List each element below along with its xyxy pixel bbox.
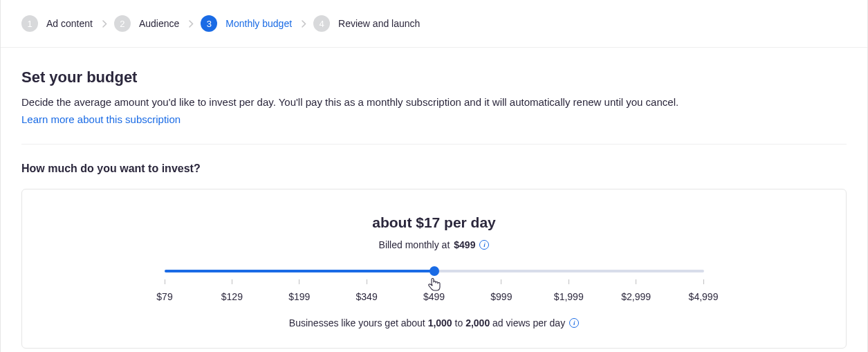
step-label: Monthly budget: [225, 18, 292, 29]
tick[interactable]: $199: [299, 279, 299, 302]
step-number-badge: 1: [21, 15, 38, 32]
step-label: Audience: [139, 18, 179, 29]
chevron-right-icon: [189, 20, 194, 28]
tick-mark: [501, 279, 501, 284]
slider-ticks: $79 $129 $199 $349 $499 $999 $1,999 $2,9…: [165, 279, 704, 302]
page-title: Set your budget: [21, 68, 847, 86]
tick[interactable]: $349: [367, 279, 367, 302]
slider-anchor[interactable]: [430, 266, 439, 276]
tick[interactable]: $1,999: [569, 279, 569, 302]
hint-to: to: [452, 317, 465, 328]
stepper: 1 Ad content 2 Audience 3 Monthly budget…: [1, 0, 867, 48]
tick-label: $4,999: [689, 291, 719, 302]
page-subtitle: Decide the average amount you'd like to …: [21, 95, 847, 109]
tick-mark: [299, 279, 299, 284]
tick-mark: [703, 279, 704, 284]
tick-mark: [367, 279, 367, 284]
tick[interactable]: $499: [434, 279, 434, 302]
tick-mark: [434, 279, 434, 284]
tick-mark: [636, 279, 636, 284]
tick[interactable]: $79: [165, 279, 165, 302]
step-monthly-budget[interactable]: 3 Monthly budget: [201, 15, 292, 32]
step-audience[interactable]: 2 Audience: [114, 15, 179, 32]
hint-low: 1,000: [428, 317, 452, 328]
invest-question: How much do you want to invest?: [21, 163, 847, 175]
hint-high: 2,000: [465, 317, 490, 328]
hint-suffix: ad views per day: [490, 317, 565, 328]
slider-fill: [165, 270, 434, 272]
tick[interactable]: $2,999: [636, 279, 636, 302]
tick-label: $2,999: [621, 291, 651, 302]
tick-label: $349: [356, 291, 378, 302]
step-number-badge: 2: [114, 15, 131, 32]
step-number-badge: 3: [201, 15, 217, 32]
tick-label: $999: [490, 291, 512, 302]
tick-mark: [232, 279, 232, 284]
tick-label: $79: [156, 291, 172, 302]
hint-prefix: Businesses like yours get about: [289, 317, 428, 328]
views-hint: Businesses like yours get about 1,000 to…: [50, 317, 818, 328]
step-number-badge: 4: [313, 15, 330, 32]
tick-label: $1,999: [554, 291, 584, 302]
tick-label: $129: [221, 291, 243, 302]
tick-mark: [569, 279, 569, 284]
chevron-right-icon: [302, 20, 306, 28]
billed-amount: $499: [454, 239, 475, 250]
per-day-amount: about $17 per day: [50, 214, 818, 231]
billed-prefix: Billed monthly at: [379, 239, 450, 250]
tick[interactable]: $999: [501, 279, 501, 302]
page-frame: 1 Ad content 2 Audience 3 Monthly budget…: [0, 0, 868, 352]
tick-label: $499: [423, 291, 445, 302]
tick[interactable]: $129: [232, 279, 232, 302]
budget-slider[interactable]: $79 $129 $199 $349 $499 $999 $1,999 $2,9…: [165, 270, 704, 302]
divider: [21, 144, 847, 145]
slider-track[interactable]: [165, 270, 704, 272]
budget-card: about $17 per day Billed monthly at $499…: [21, 189, 847, 349]
step-review-launch[interactable]: 4 Review and launch: [313, 15, 420, 32]
slider-handle[interactable]: [430, 266, 439, 276]
tick-mark: [165, 279, 165, 284]
content: Set your budget Decide the average amoun…: [1, 48, 867, 352]
step-label: Ad content: [46, 18, 93, 29]
chevron-right-icon: [102, 20, 107, 28]
learn-more-link[interactable]: Learn more about this subscription: [21, 113, 181, 125]
info-icon[interactable]: i: [479, 240, 489, 250]
tick-label: $199: [288, 291, 310, 302]
step-label: Review and launch: [338, 18, 420, 29]
step-ad-content[interactable]: 1 Ad content: [21, 15, 93, 32]
tick[interactable]: $4,999: [703, 279, 704, 302]
info-icon[interactable]: i: [569, 318, 579, 328]
billed-line: Billed monthly at $499 i: [50, 239, 818, 250]
